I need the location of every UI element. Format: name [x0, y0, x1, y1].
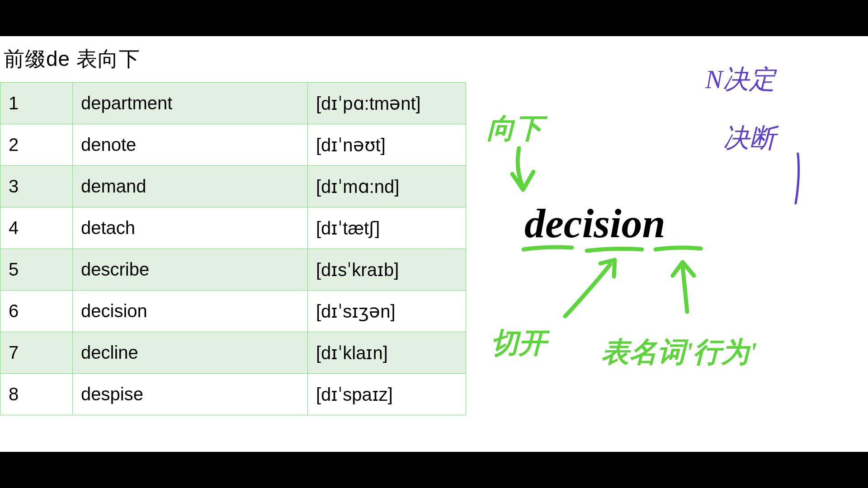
arrow-up-icon	[565, 264, 610, 316]
table-row: 8 despise [dɪˈspaɪz]	[0, 374, 466, 415]
table-row: 4 detach [dɪˈtætʃ]	[0, 207, 466, 249]
row-ipa: [dɪˈsɪʒən]	[308, 291, 466, 332]
row-word: demand	[73, 166, 308, 207]
row-num: 3	[0, 166, 73, 207]
row-num: 5	[0, 249, 73, 291]
row-word: describe	[73, 249, 308, 291]
annotations-panel: N决定 决断 向下 decision 切开	[466, 36, 868, 452]
annotation-purple-bottom: 决断	[723, 123, 779, 153]
row-num: 2	[0, 124, 73, 166]
row-num: 8	[0, 374, 73, 415]
underline-icon	[656, 248, 701, 249]
slide-title: 前缀de 表向下	[0, 36, 466, 82]
annotation-green-right: 表名词'行为'	[601, 337, 757, 367]
annotation-green-left: 切开	[491, 328, 550, 358]
annotation-main-word: decision	[524, 200, 665, 246]
row-ipa: [dɪˈklaɪn]	[308, 332, 466, 374]
arrow-up-icon	[683, 267, 687, 312]
content-area: 前缀de 表向下 1 department [dɪˈpɑ:tmənt] 2 de…	[0, 36, 868, 452]
row-word: department	[73, 83, 308, 124]
underline-icon	[524, 247, 572, 249]
row-word: decline	[73, 332, 308, 374]
stroke-icon	[796, 154, 799, 203]
row-ipa: [dɪˈnəʊt]	[308, 124, 466, 166]
vocab-table: 1 department [dɪˈpɑ:tmənt] 2 denote [dɪˈ…	[0, 82, 466, 415]
row-word: decision	[73, 291, 308, 332]
underline-icon	[587, 249, 642, 251]
row-ipa: [dɪˈspaɪz]	[308, 374, 466, 415]
table-row: 3 demand [dɪˈmɑ:nd]	[0, 166, 466, 207]
row-word: despise	[73, 374, 308, 415]
table-row: 1 department [dɪˈpɑ:tmənt]	[0, 83, 466, 124]
table-row: 2 denote [dɪˈnəʊt]	[0, 124, 466, 166]
table-row: 7 decline [dɪˈklaɪn]	[0, 332, 466, 374]
annotation-purple-top: N决定	[705, 65, 777, 94]
row-num: 4	[0, 207, 73, 249]
annotation-green-top: 向下	[487, 113, 548, 144]
row-ipa: [dɪˈtætʃ]	[308, 207, 466, 249]
row-num: 1	[0, 83, 73, 124]
row-ipa: [dɪˈpɑ:tmənt]	[308, 83, 466, 124]
arrow-down-icon	[512, 172, 533, 190]
row-num: 6	[0, 291, 73, 332]
table-row: 6 decision [dɪˈsɪʒən]	[0, 291, 466, 332]
row-ipa: [dɪsˈkraɪb]	[308, 249, 466, 291]
row-num: 7	[0, 332, 73, 374]
table-row: 5 describe [dɪsˈkraɪb]	[0, 249, 466, 291]
row-word: detach	[73, 207, 308, 249]
row-word: denote	[73, 124, 308, 166]
slide: 前缀de 表向下 1 department [dɪˈpɑ:tmənt] 2 de…	[0, 36, 466, 452]
row-ipa: [dɪˈmɑ:nd]	[308, 166, 466, 207]
